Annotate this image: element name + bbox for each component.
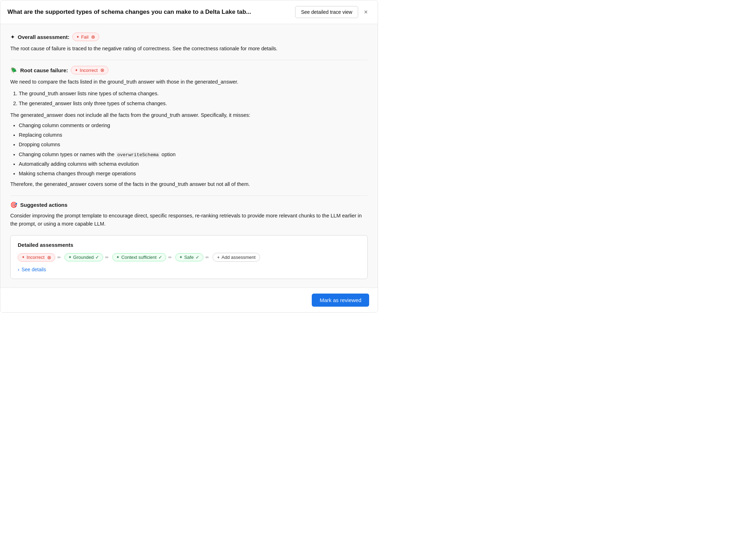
trace-view-button[interactable]: See detailed trace view (295, 6, 359, 18)
assessment-grounded-badge: ✦ Grounded ✓ (64, 253, 103, 261)
root-cause-middle: The generated_answer does not include al… (10, 111, 368, 119)
overwrite-schema-code: overwriteSchema (116, 152, 160, 158)
see-details-label: See details (22, 267, 46, 272)
close-icon: × (364, 8, 368, 16)
mark-reviewed-label: Mark as reviewed (320, 297, 361, 303)
context-edit-icon[interactable]: ✏ (168, 254, 173, 261)
assessment-context-label: Context sufficient (121, 255, 156, 260)
fail-close-icon: ⊗ (91, 34, 95, 40)
assessment-grounded-label: Grounded (73, 255, 94, 260)
root-cause-header: 🪲 Root cause failure: ✦ Incorrect ⊗ (10, 66, 368, 74)
safe-assessment-badge-group: ✦ Safe ✓ ✏ (175, 253, 210, 261)
incorrect-sparkle-icon: ✦ (75, 68, 78, 73)
missing-item-1: Changing column comments or ordering (19, 121, 368, 130)
root-cause-title: Root cause failure: (20, 67, 68, 73)
add-icon: + (217, 255, 220, 260)
add-assessment-label: Add assessment (221, 255, 255, 260)
overall-assessment-icon: ✦ (10, 34, 15, 40)
suggested-actions-body: Consider improving the prompt template t… (10, 212, 368, 228)
overall-assessment-title: Overall assessment: (18, 34, 69, 40)
add-assessment-button[interactable]: + Add assessment (213, 253, 260, 262)
root-cause-intro: We need to compare the facts listed in t… (10, 78, 368, 86)
detailed-assessments-title: Detailed assessments (18, 242, 360, 248)
root-cause-list: The ground_truth answer lists nine types… (19, 90, 368, 107)
assessment-incorrect-label: Incorrect (27, 255, 45, 260)
close-button[interactable]: × (361, 7, 371, 17)
fail-badge-label: Fail (81, 34, 89, 40)
overall-assessment-section: ✦ Overall assessment: ✦ Fail ⊗ The root … (10, 33, 368, 53)
assessment-incorrect-close: ⊗ (47, 255, 51, 260)
missing-item-5: Automatically adding columns with schema… (19, 160, 368, 168)
suggested-actions-section: 🎯 Suggested actions Consider improving t… (10, 201, 368, 228)
footer: Mark as reviewed (0, 288, 378, 312)
missing-items-list: Changing column comments or ordering Rep… (19, 121, 368, 178)
incorrect-assessment-badge-group: ✦ Incorrect ⊗ ✏ (18, 253, 62, 262)
missing-item-4: Changing column types or names with the … (19, 150, 368, 159)
chevron-right-icon: › (18, 267, 19, 272)
root-cause-section: 🪲 Root cause failure: ✦ Incorrect ⊗ We n… (10, 66, 368, 188)
missing-item-6: Making schema changes through merge oper… (19, 170, 368, 178)
assessment-safe-label: Safe (184, 255, 194, 260)
assessment-safe-badge: ✦ Safe ✓ (175, 253, 203, 261)
assessment-context-sparkle: ✦ (116, 255, 119, 260)
detailed-assessments-box: Detailed assessments ✦ Incorrect ⊗ ✏ ✦ G… (10, 235, 368, 279)
header: What are the supported types of schema c… (0, 0, 378, 24)
overall-assessment-description: The root cause of failure is traced to t… (10, 45, 368, 53)
incorrect-edit-icon[interactable]: ✏ (57, 254, 62, 261)
list-item-1: The ground_truth answer lists nine types… (19, 90, 368, 98)
assessment-incorrect-sparkle: ✦ (22, 255, 25, 260)
badges-row: ✦ Incorrect ⊗ ✏ ✦ Grounded ✓ ✏ (18, 253, 360, 262)
suggested-actions-icon: 🎯 (10, 201, 17, 208)
see-details-link[interactable]: › See details (18, 267, 46, 272)
assessment-safe-check: ✓ (196, 255, 199, 260)
incorrect-badge: ✦ Incorrect ⊗ (71, 66, 108, 74)
suggested-actions-header: 🎯 Suggested actions (10, 201, 368, 208)
suggested-actions-title: Suggested actions (20, 202, 67, 208)
page-title: What are the supported types of schema c… (7, 8, 289, 16)
overall-assessment-body: The root cause of failure is traced to t… (10, 45, 368, 53)
safe-edit-icon[interactable]: ✏ (205, 254, 210, 261)
suggested-actions-description: Consider improving the prompt template t… (10, 212, 368, 228)
assessment-context-check: ✓ (158, 255, 162, 260)
main-panel: What are the supported types of schema c… (0, 0, 378, 313)
grounded-assessment-badge-group: ✦ Grounded ✓ ✏ (64, 253, 110, 261)
trace-btn-label: See detailed trace view (301, 9, 352, 15)
overall-assessment-header: ✦ Overall assessment: ✦ Fail ⊗ (10, 33, 368, 41)
grounded-edit-icon[interactable]: ✏ (105, 254, 109, 261)
assessment-safe-sparkle: ✦ (179, 255, 182, 260)
fail-sparkle-icon: ✦ (76, 35, 79, 39)
root-cause-icon: 🪲 (10, 67, 17, 74)
incorrect-close-icon: ⊗ (100, 67, 105, 73)
body-content: ✦ Overall assessment: ✦ Fail ⊗ The root … (0, 24, 378, 288)
assessment-incorrect-badge: ✦ Incorrect ⊗ (18, 253, 55, 262)
context-assessment-badge-group: ✦ Context sufficient ✓ ✏ (112, 253, 172, 261)
missing-item-3: Dropping columns (19, 141, 368, 149)
missing-item-2: Replacing columns (19, 131, 368, 139)
assessment-grounded-sparkle: ✦ (68, 255, 72, 260)
divider-2 (10, 195, 368, 196)
assessment-context-badge: ✦ Context sufficient ✓ (112, 253, 166, 261)
incorrect-badge-label: Incorrect (80, 68, 98, 73)
root-cause-conclusion: Therefore, the generated_answer covers s… (10, 180, 368, 188)
assessment-grounded-check: ✓ (95, 255, 99, 260)
mark-as-reviewed-button[interactable]: Mark as reviewed (312, 294, 369, 307)
fail-badge: ✦ Fail ⊗ (72, 33, 99, 41)
divider-1 (10, 60, 368, 60)
list-item-2: The generated_answer lists only three ty… (19, 100, 368, 108)
root-cause-body: We need to compare the facts listed in t… (10, 78, 368, 188)
